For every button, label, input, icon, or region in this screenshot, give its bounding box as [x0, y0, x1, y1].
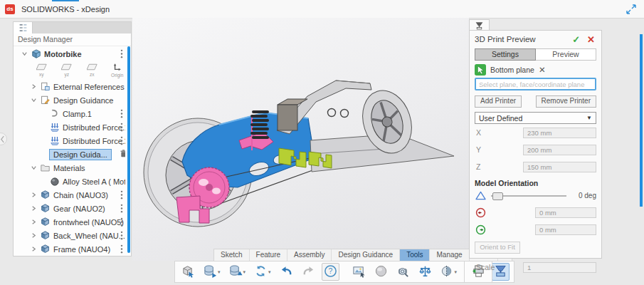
ribbon-tab-manage[interactable]: Manage	[430, 249, 469, 261]
measure-icon	[396, 264, 410, 279]
tree-item-back-wheel-nau[interactable]: Back_Wheel (NAU...	[14, 229, 125, 242]
offset-x-field[interactable]: 0 mm	[535, 207, 596, 218]
sync-button[interactable]: ▾	[252, 263, 273, 281]
plane-item-yz[interactable]: yz	[59, 63, 75, 78]
more-options-icon[interactable]	[120, 49, 123, 60]
viewport-3d-model[interactable]	[132, 18, 469, 261]
plane-selection-input[interactable]: Select plane, face/coordinate plane	[475, 78, 596, 90]
delete-icon[interactable]	[120, 149, 125, 160]
tree-item-distributed-force-1[interactable]: Distributed Force.1	[14, 120, 125, 134]
offset-y-field[interactable]: 0 mm	[535, 224, 596, 235]
tree-item-label: Motorbike	[44, 50, 82, 58]
more-options-icon[interactable]	[120, 231, 123, 242]
chevron-right-icon[interactable]	[30, 83, 37, 90]
tree-item-design-guidance[interactable]: Design Guidance	[14, 93, 125, 107]
tree-item-label: Design Guidance	[53, 96, 113, 105]
tree-item-frontwheel-nauo5[interactable]: frontwheel (NAUO5)	[14, 215, 125, 229]
redo-button[interactable]	[300, 263, 317, 281]
tab-settings[interactable]: Settings	[475, 48, 536, 61]
quick-item-label: Origin	[111, 73, 123, 78]
measure-button[interactable]	[394, 263, 412, 281]
chevron-down-icon[interactable]	[21, 51, 28, 57]
collapse-panel-icon[interactable]	[0, 133, 7, 145]
extref-icon	[40, 82, 51, 91]
help-button[interactable]: ?	[322, 263, 339, 281]
tree-item-alloy-steel-a-motorbike[interactable]: Alloy Steel A ( Motorbike )	[14, 175, 125, 188]
tab-preview[interactable]: Preview	[536, 48, 596, 61]
ribbon-tab-feature[interactable]: Feature	[250, 249, 287, 261]
close-panel-icon[interactable]: ✕	[587, 34, 595, 45]
tree-item-motorbike[interactable]: Motorbike	[14, 47, 125, 61]
slider-thumb[interactable]	[492, 192, 503, 200]
shaded-sphere-button[interactable]	[372, 263, 390, 281]
add-printer-button[interactable]: Add Printer	[475, 95, 522, 108]
dimension-label: X	[475, 128, 523, 137]
tree-icon	[19, 24, 28, 32]
plane-item-zx[interactable]: zx	[84, 63, 100, 78]
chevron-right-icon[interactable]	[30, 205, 37, 212]
tree-item-external-references[interactable]: External References	[14, 80, 125, 93]
tree-scrollbar[interactable]	[127, 46, 130, 253]
more-options-icon[interactable]	[120, 204, 123, 214]
tree-item-clamp-1[interactable]: Clamp.1	[14, 107, 125, 120]
chevron-down-icon[interactable]	[30, 97, 37, 103]
dimension-field-z[interactable]: 150 mm	[523, 162, 596, 172]
confirm-icon[interactable]: ✓	[572, 34, 580, 45]
ribbon-tab-design-guidance[interactable]: Design Guidance	[332, 249, 400, 261]
db-load-button[interactable]: ▾	[227, 263, 248, 281]
chevron-right-icon[interactable]	[30, 232, 37, 239]
undo-button[interactable]	[278, 263, 295, 281]
chevron-down-icon[interactable]	[30, 165, 37, 171]
force-icon	[49, 123, 60, 133]
plane-item-xy[interactable]: xy	[33, 63, 50, 78]
ribbon-tab-sketch[interactable]: Sketch	[214, 249, 250, 261]
ribbon-tab-assembly[interactable]: Assembly	[287, 249, 332, 261]
tree-item-design-guida[interactable]: Design Guida...	[14, 147, 125, 161]
force-icon	[49, 136, 60, 146]
quick-item-label: yz	[65, 73, 70, 78]
panel-scrollbar[interactable]	[640, 34, 643, 207]
ribbon-tab-tools[interactable]: Tools	[400, 249, 430, 261]
tree-item-gear-nauo2[interactable]: Gear (NAUO2)	[14, 202, 125, 215]
more-options-icon[interactable]	[120, 109, 123, 120]
origin-item[interactable]: Origin	[110, 63, 126, 78]
orient-to-fit-button[interactable]: Orient to Fit	[475, 242, 520, 254]
fullscreen-icon[interactable]	[625, 4, 637, 15]
dimension-row-z: Z 150 mm	[475, 158, 596, 175]
chevron-down-icon[interactable]: ▾	[218, 269, 221, 275]
rotation-slider[interactable]	[491, 192, 566, 200]
mass-properties-button[interactable]	[416, 263, 434, 281]
chevron-down-icon[interactable]: ▾	[455, 269, 458, 275]
part-icon	[40, 204, 51, 213]
chevron-right-icon[interactable]	[30, 192, 37, 198]
section-view-button[interactable]: ▾	[438, 263, 460, 281]
tree-item-chain-nauo3[interactable]: Chain (NAUO3)	[14, 188, 125, 202]
mass-properties-icon	[418, 264, 432, 279]
db-save-button[interactable]: ▾	[201, 263, 223, 281]
tree-item-frame-nauo4[interactable]: Frame (NAUO4)	[14, 242, 125, 254]
remove-selection-icon[interactable]: ✕	[539, 65, 546, 75]
chevron-right-icon[interactable]	[30, 246, 37, 252]
remove-printer-button[interactable]: Remove Printer	[536, 95, 596, 108]
more-options-icon[interactable]	[120, 217, 123, 228]
chevron-right-icon[interactable]	[30, 219, 37, 225]
chevron-down-icon[interactable]: ▾	[268, 269, 271, 275]
dimension-field-y[interactable]: 200 mm	[523, 145, 596, 155]
more-options-icon[interactable]	[120, 123, 123, 133]
viewport-3d[interactable]	[132, 18, 469, 261]
active-tab-indicator	[52, 0, 79, 1]
printer-icon	[475, 21, 484, 30]
chevron-down-icon[interactable]: ▾	[243, 269, 246, 275]
more-options-icon[interactable]	[120, 244, 123, 254]
snapshot-button[interactable]	[350, 263, 368, 281]
scale-field[interactable]: 1	[523, 262, 596, 273]
tree-item-distributed-force-2[interactable]: Distributed Force.2	[14, 134, 125, 147]
tree-item-label: Distributed Force.1	[63, 123, 125, 132]
tree-item-materials[interactable]: Materials	[14, 161, 125, 175]
design-manager-tab[interactable]	[14, 22, 33, 33]
dimension-field-x[interactable]: 230 mm	[523, 128, 596, 138]
more-options-icon[interactable]	[120, 190, 123, 201]
printer-preset-select[interactable]: User Defined ▼	[475, 112, 596, 124]
insert-component-button[interactable]	[179, 263, 197, 281]
more-options-icon[interactable]	[120, 136, 123, 147]
